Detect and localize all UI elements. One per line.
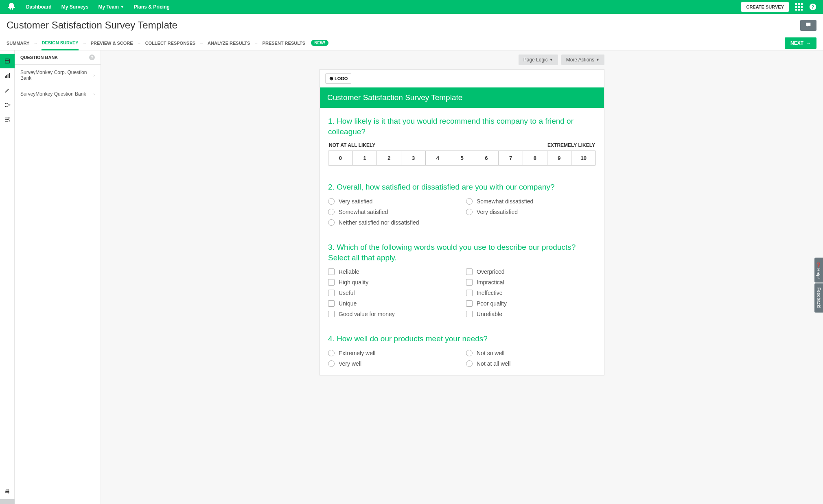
top-nav: Dashboard My Surveys My Team▼ Plans & Pr… [0,0,823,14]
nps-cell[interactable]: 4 [426,151,450,165]
help-tab[interactable]: ❓ Help! [814,257,823,283]
next-button[interactable]: NEXT→ [785,37,816,49]
page-logic-button[interactable]: Page Logic▼ [519,55,558,65]
collapse-sidebar-button[interactable] [0,499,15,504]
help-dot-icon[interactable]: ? [89,55,95,60]
create-survey-button[interactable]: CREATE SURVEY [741,2,789,12]
radio-option[interactable]: Very satisfied [328,198,458,205]
checkbox-icon [466,311,473,317]
svg-rect-23 [6,489,9,491]
step-summary[interactable]: SUMMARY [7,37,29,50]
question-3[interactable]: 3. Which of the following words would yo… [320,234,604,325]
nps-cell[interactable]: 8 [523,151,547,165]
step-collect-responses[interactable]: COLLECT RESPONSES [145,37,195,50]
question-1[interactable]: 1. How likely is it that you would recom… [320,108,604,174]
checkbox-icon [328,311,335,317]
rail-logic-icon[interactable] [0,98,15,112]
page-title: Customer Satisfaction Survey Template [7,20,177,31]
checkbox-icon [328,268,335,275]
rail-options-icon[interactable] [0,112,15,127]
checkbox-option[interactable]: Reliable [328,268,458,275]
feedback-tab[interactable]: Feedback! [814,284,823,312]
checkbox-icon [466,268,473,275]
checkbox-option[interactable]: Impractical [466,279,596,286]
checkbox-option[interactable]: Overpriced [466,268,596,275]
survey-title[interactable]: Customer Satisfaction Survey Template [320,87,604,108]
rail-question-bank-icon[interactable] [0,54,15,68]
radio-option[interactable]: Not at all well [466,360,596,367]
nps-cell[interactable]: 0 [328,151,353,165]
caret-down-icon: ▼ [549,58,553,62]
nav-dashboard[interactable]: Dashboard [26,4,52,10]
nps-cell[interactable]: 10 [571,151,595,165]
step-analyze-results[interactable]: ANALYZE RESULTS [208,37,250,50]
step-design-survey[interactable]: DESIGN SURVEY [42,36,78,50]
chevron-right-icon: › [93,92,95,96]
radio-option[interactable]: Very dissatisfied [466,209,596,215]
arrow-right-icon: → [199,41,204,45]
nav-my-team[interactable]: My Team▼ [98,4,124,10]
arrow-right-icon: → [806,40,811,46]
rail-print-icon[interactable] [0,484,15,499]
nps-cell[interactable]: 5 [450,151,475,165]
checkbox-option[interactable]: Poor quality [466,300,596,307]
radio-icon [328,219,335,226]
nps-cell[interactable]: 7 [499,151,523,165]
radio-option[interactable]: Very well [328,360,458,367]
nps-label-high: EXTREMELY LIKELY [547,142,595,148]
checkbox-option[interactable]: Unique [328,300,458,307]
checkbox-option[interactable]: High quality [328,279,458,286]
new-badge: NEW! [311,40,328,46]
nps-cell[interactable]: 3 [401,151,426,165]
rail-appearance-icon[interactable] [0,83,15,98]
question-4[interactable]: 4. How well do our products meet your ne… [320,325,604,375]
radio-icon [328,209,335,215]
question-2[interactable]: 2. Overall, how satisfied or dissatisfie… [320,174,604,234]
step-preview-score[interactable]: PREVIEW & SCORE [91,37,133,50]
svg-rect-15 [9,73,10,78]
sidebar-item-corp-bank[interactable]: SurveyMonkey Corp. Question Bank› [15,65,101,86]
step-present-results[interactable]: PRESENT RESULTS [263,37,306,50]
nps-label-low: NOT AT ALL LIKELY [329,142,375,148]
svg-rect-14 [7,74,8,78]
arrow-right-icon: → [254,41,258,45]
apps-grid-icon[interactable] [795,3,803,11]
checkbox-option[interactable]: Unreliable [466,311,596,317]
checkbox-icon [328,300,335,307]
nps-cell[interactable]: 9 [547,151,572,165]
checkbox-icon [466,300,473,307]
radio-icon [466,360,473,367]
more-actions-button[interactable]: More Actions▼ [561,55,604,65]
radio-option[interactable]: Neither satisfied nor dissatisfied [328,219,458,226]
survey-page: ⊕LOGO Customer Satisfaction Survey Templ… [320,69,604,375]
rail-builder-icon[interactable] [0,68,15,83]
nav-my-surveys[interactable]: My Surveys [61,4,89,10]
svg-point-17 [5,106,6,107]
speech-bubble-icon [805,22,812,28]
radio-icon [328,198,335,205]
svg-rect-13 [6,75,7,78]
brand-logo-icon[interactable] [7,2,16,12]
checkbox-option[interactable]: Ineffective [466,290,596,296]
nps-cell[interactable]: 2 [377,151,401,165]
nav-plans-pricing[interactable]: Plans & Pricing [134,4,170,10]
help-icon[interactable]: ? [809,3,816,11]
radio-option[interactable]: Somewhat dissatisfied [466,198,596,205]
comments-button[interactable] [800,20,816,31]
radio-option[interactable]: Extremely well [328,350,458,356]
checkbox-option[interactable]: Good value for money [328,311,458,317]
svg-rect-4 [798,6,800,8]
checkbox-option[interactable]: Useful [328,290,458,296]
sidebar-item-sm-bank[interactable]: SurveyMonkey Question Bank› [15,86,101,102]
feedback-tabs: ❓ Help! Feedback! [814,257,823,312]
add-logo-button[interactable]: ⊕LOGO [326,74,351,83]
chevron-down-icon: ▼ [120,5,124,9]
radio-option[interactable]: Somewhat satisfied [328,209,458,215]
chevron-right-icon: › [93,73,95,78]
svg-text:?: ? [812,4,814,9]
arrow-right-icon: → [137,41,141,45]
arrow-right-icon: → [33,41,37,45]
radio-option[interactable]: Not so well [466,350,596,356]
nps-cell[interactable]: 1 [353,151,377,165]
nps-cell[interactable]: 6 [474,151,499,165]
